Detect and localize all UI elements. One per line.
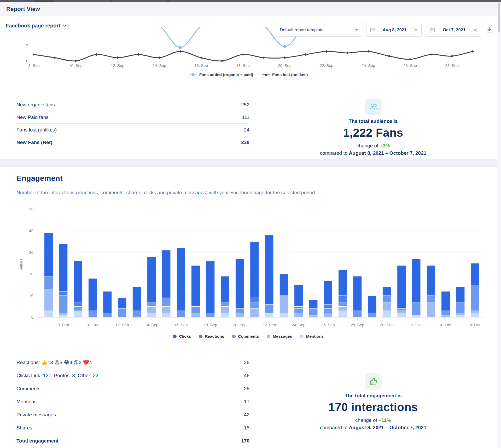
top-edge-artifact: [33, 1, 54, 2]
svg-text:10. Sep: 10. Sep: [86, 323, 100, 327]
total-engagement-value: 170 interactions: [328, 401, 418, 414]
clear-date-icon[interactable]: [473, 28, 477, 32]
fans-table: New organic fans252 New Paid fans111 Fan…: [16, 99, 249, 156]
browser-top-edge: [0, 0, 501, 2]
row-label: Comments: [16, 386, 40, 392]
row-value: 239: [241, 140, 249, 145]
clear-date-icon[interactable]: [414, 28, 418, 32]
people-icon: [369, 102, 378, 111]
row-value: 252: [241, 102, 249, 108]
download-icon: [486, 26, 493, 33]
date-from-picker[interactable]: Aug 8, 2021: [366, 23, 422, 37]
svg-text:10: 10: [29, 293, 33, 298]
compare-range: August 8, 2021 – October 7, 2021: [349, 425, 427, 430]
change-line: change of +11%: [355, 417, 391, 423]
date-to-value: Oct 7, 2021: [443, 27, 465, 32]
legend-reactions[interactable]: Reactions: [199, 334, 224, 339]
svg-text:50: 50: [29, 207, 33, 211]
svg-text:20. Sep: 20. Sep: [278, 63, 292, 68]
engagement-summary: The total engagement is 170 interactions…: [249, 356, 497, 447]
legend-fans-added[interactable]: Fans added (organic + paid): [189, 72, 253, 77]
table-row: New Paid fans111: [16, 111, 249, 124]
date-to-picker[interactable]: Oct 7, 2021: [426, 23, 481, 37]
change-percent: +11%: [378, 417, 391, 423]
svg-text:2. Oct: 2. Oct: [411, 323, 422, 327]
engagement-bar-chart: 01020304050Values8. Sep10. Sep12. Sep14.…: [0, 206, 497, 332]
table-row: Private messages42: [16, 408, 249, 421]
chevron-down-icon: [63, 25, 67, 27]
template-select-value: Default report template: [280, 27, 324, 32]
engagement-card: Engagement Number of fan interactions (r…: [0, 167, 497, 448]
compare-line: compared to August 8, 2021 – October 7, …: [320, 425, 427, 430]
page-title: Report View: [6, 6, 40, 13]
table-row: New organic fans252: [16, 99, 249, 111]
calendar-icon: [370, 27, 375, 32]
row-value: 25: [244, 360, 249, 365]
legend-comments[interactable]: Comments: [232, 334, 259, 339]
series-dot-icon: [199, 335, 202, 338]
page-scrollbar[interactable]: [497, 2, 501, 448]
svg-text:8. Sep: 8. Sep: [58, 323, 69, 327]
svg-text:20. Sep: 20. Sep: [233, 323, 247, 327]
row-label: Reactions: 👍13 😮5 😂4 😮2 ❤️4: [16, 359, 92, 365]
svg-text:16. Sep: 16. Sep: [194, 63, 208, 68]
row-label: Shares: [16, 425, 32, 431]
table-row: Comments25: [16, 382, 249, 395]
template-select[interactable]: Default report template: [276, 23, 362, 37]
svg-text:24. Sep: 24. Sep: [292, 323, 305, 327]
svg-text:22. Sep: 22. Sep: [320, 63, 333, 68]
line-circle-marker-icon: [189, 74, 197, 75]
calendar-icon: [430, 27, 435, 32]
line-diamond-marker-icon: [262, 74, 270, 75]
table-row-total: New Fans (Net)239: [16, 136, 249, 149]
svg-text:4. Oct: 4. Oct: [440, 323, 451, 327]
date-from-value: Aug 8, 2021: [383, 27, 407, 32]
svg-text:22. Sep: 22. Sep: [263, 323, 276, 327]
fans-card: Facebook page report Default report temp…: [0, 16, 497, 159]
row-label: Fans lost (unlikes): [16, 127, 57, 133]
series-dot-icon: [232, 335, 236, 338]
download-report-button[interactable]: [485, 25, 493, 34]
legend-fans-lost[interactable]: Fans lost (unlikes): [262, 72, 308, 77]
svg-text:28. Sep: 28. Sep: [445, 63, 459, 68]
row-label: Clicks Link: 121, Photos: 3, Other: 22: [16, 373, 98, 378]
svg-text:14. Sep: 14. Sep: [145, 323, 158, 327]
svg-text:0: 0: [26, 59, 28, 63]
engagement-description: Number of fan interactions (reactions, c…: [16, 190, 315, 196]
svg-text:10. Sep: 10. Sep: [69, 63, 83, 68]
row-value: 15: [244, 425, 249, 431]
svg-text:8. Sep: 8. Sep: [28, 63, 39, 68]
series-dot-icon: [173, 335, 177, 338]
svg-text:30. Sep: 30. Sep: [380, 323, 394, 327]
svg-text:16. Sep: 16. Sep: [174, 323, 188, 327]
row-label: Private messages: [16, 412, 56, 418]
compare-range: August 8, 2021 – October 7, 2021: [349, 150, 427, 156]
legend-messages[interactable]: Messages: [267, 334, 292, 339]
legend-clicks[interactable]: Clicks: [173, 334, 191, 339]
legend-mentions[interactable]: Mentions: [300, 334, 324, 339]
svg-text:18. Sep: 18. Sep: [236, 63, 250, 68]
row-value: 111: [242, 114, 249, 120]
compare-line: compared to August 8, 2021 – October 7, …: [320, 150, 427, 156]
top-edge-artifact: [167, 1, 170, 2]
row-value: 46: [244, 373, 249, 378]
table-row: Shares15: [16, 421, 249, 434]
audience-summary: The total audience is 1,222 Fans change …: [249, 99, 497, 156]
scrollbar-thumb[interactable]: [498, 3, 500, 32]
svg-text:28. Sep: 28. Sep: [351, 323, 364, 327]
svg-text:12. Sep: 12. Sep: [111, 63, 124, 68]
row-value: 25: [244, 386, 249, 392]
svg-text:24. Sep: 24. Sep: [362, 63, 375, 68]
row-label: New Fans (Net): [16, 140, 52, 145]
engagement-table: Reactions: 👍13 😮5 😂4 😮2 ❤️425 Clicks Lin…: [16, 356, 249, 447]
svg-text:26. Sep: 26. Sep: [321, 323, 335, 327]
summary-caption: The total audience is: [349, 118, 398, 124]
svg-text:20: 20: [29, 272, 33, 276]
svg-text:0: 0: [31, 315, 33, 319]
row-value: 42: [244, 412, 249, 418]
row-value: 170: [241, 438, 249, 444]
table-row: Clicks Link: 121, Photos: 3, Other: 2246: [16, 369, 249, 382]
engagement-heading: Engagement: [16, 174, 63, 183]
svg-text:12. Sep: 12. Sep: [115, 323, 129, 327]
row-label: Total engagement: [16, 438, 59, 444]
